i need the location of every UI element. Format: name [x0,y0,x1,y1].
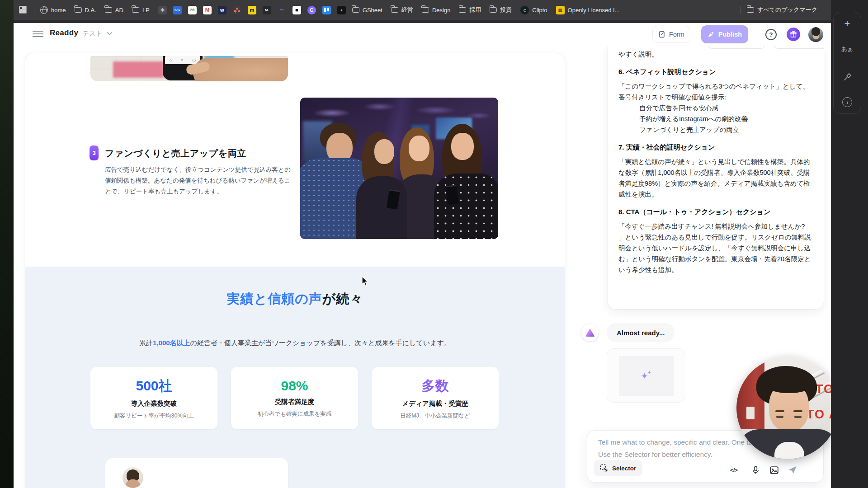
font-size-icon[interactable]: あぁ [841,45,854,53]
info-icon[interactable]: i [842,97,852,107]
results-subtitle: 累計1,000名以上の経営者・個人事業主が当ワークショップを受講し、次々と成果を… [25,339,565,347]
bookmark-label: 投資 [500,6,512,14]
testimonial-avatar [123,467,143,488]
send-icon[interactable] [787,464,798,476]
menu-icon[interactable] [33,31,43,37]
bookmark-clipto[interactable]: c Clipto [520,6,547,14]
results-subtitle-highlight: 1,000名以上 [153,339,190,347]
gmail-favicon[interactable]: M [203,6,212,14]
results-title-highlight: 実績と信頼の声 [226,291,322,306]
bookmark-label: 経営 [401,6,413,14]
stat-value: 多数 [422,377,449,395]
divider [741,6,741,14]
c-ring-favicon[interactable]: C [307,6,316,14]
bookmark-label: 採用 [469,6,481,14]
project-name: テスト [82,29,103,38]
input-placeholder-line2: Use the Selector for better efficiency. [598,450,712,459]
window-top-edge [14,20,868,23]
results-title-rest: が続々 [322,291,363,306]
cropped-pill-button[interactable] [708,45,765,49]
bookmark-label: home [51,7,66,14]
bookmark-home[interactable]: home [40,6,66,14]
bookmarks-bar: home D.A. AD LP ❃ box 26 M w m M. ~ ◼ C … [14,0,868,20]
assistant-avatar [581,324,599,341]
form-button[interactable]: Form [652,26,690,43]
paintbrush-icon[interactable] [842,70,852,80]
divider [34,6,34,14]
asana-favicon[interactable] [233,6,241,14]
m-dot-favicon[interactable]: M. [263,6,271,14]
delta-favicon[interactable]: ▲ [337,6,346,14]
person-figure [358,132,412,239]
microphone-icon[interactable] [750,464,761,476]
help-icon[interactable]: ? [765,29,777,40]
bookmark-openly-licensed[interactable]: ▦ Openly Licensed I... [556,6,620,14]
results-section: 実績と信頼の声が続々 累計1,000名以上の経営者・個人事業主が当ワークショップ… [25,267,565,488]
loading-placeholder: ✦✦ [619,356,674,396]
image-icon[interactable] [768,464,780,476]
feature-number-badge: 3 [90,145,99,160]
testimonial-card [105,458,288,488]
folder-icon [459,7,466,13]
bookmark-folder-keiei[interactable]: 経営 [391,6,413,14]
bookmark-folder-ad[interactable]: AD [105,7,123,14]
chat-section-body: 「このワークショップで得られる3つのベネフィット」として、番号付きリストで明確な… [618,81,811,103]
desktop-wallpaper [0,0,14,488]
status-text: Almost ready... [617,329,665,337]
user-avatar[interactable] [808,27,823,42]
calendar-favicon[interactable]: 26 [188,6,197,14]
frame-favicon[interactable]: ◼ [292,6,301,14]
trello-favicon[interactable] [322,6,331,14]
app-header: Readdy テスト Form Publish ? [14,23,831,45]
selector-label: Selector [612,465,636,472]
folder-icon [75,7,82,13]
publish-button[interactable]: Publish [701,25,748,43]
chat-section-heading: 7. 実績・社会的証明セクション [618,143,811,152]
chevron-down-icon [107,32,112,35]
form-label: Form [669,31,684,38]
project-switcher[interactable]: テスト [82,29,112,38]
bookmark-folder-da[interactable]: D.A. [75,7,96,14]
form-icon [658,31,665,38]
gift-icon[interactable] [787,28,800,41]
apps-grid-icon[interactable] [20,7,27,14]
person-figure [434,124,498,239]
folder-icon [105,7,112,13]
sparkle-icon: ✦ [647,370,651,375]
page-preview[interactable]: ⌂○▭ 3 ファンづくりと売上アップを両立 広告で売り込むだけでなく、役立つコン… [25,53,565,488]
generation-preview-card: ✦✦ [607,348,685,403]
rocket-icon [708,31,715,38]
yellow-m-favicon[interactable]: m [248,6,256,14]
wantedly-favicon[interactable]: w [218,6,226,14]
bookmark-label: Openly Licensed I... [568,7,620,14]
chat-list-item: ファンづくりと売上アップの両立 [618,124,811,135]
bookmark-folder-toshi[interactable]: 投資 [490,6,512,14]
code-icon[interactable]: </> [728,464,740,476]
bookmark-folder-lp[interactable]: LP [132,7,150,14]
bookmark-folder-saiyo[interactable]: 採用 [459,6,481,14]
plus-icon[interactable]: + [844,19,850,28]
app-logo: Readdy [50,28,78,38]
swoosh-favicon[interactable]: ~ [278,6,286,14]
stat-card-companies: 500社 導入企業数突破 顧客リピート率が平均30%向上 [90,367,217,429]
presenter-shirt [774,442,804,459]
phone-hand-photo: ⌂○▭ [90,56,288,81]
folder-icon [132,7,139,13]
selector-button[interactable]: Selector [594,460,642,476]
results-title: 実績と信頼の声が続々 [25,290,565,308]
bookmark-folder-design[interactable]: Design [422,7,450,14]
box-favicon[interactable]: box [173,6,182,14]
bookmark-label: Clipto [532,7,547,14]
bookmark-folder-gsheet[interactable]: GSheet [352,7,382,14]
chat-section-body: 「今すぐ一歩踏み出すチャンス! 無料説明会へ参加しませんか? 」という緊急性のあ… [618,221,811,275]
party-photo [300,98,498,239]
webcam-overlay[interactable]: K TO T TO A [736,357,839,459]
sticky-note-pink [113,61,164,78]
readdy-logo-icon [585,328,595,337]
knot-favicon[interactable]: ❃ [158,6,167,14]
stat-label: 導入企業数突破 [131,399,177,408]
cropped-pill-button[interactable] [774,45,824,49]
clipto-favicon: c [520,6,529,14]
all-bookmarks[interactable]: すべてのブックマーク [740,0,817,20]
ai-response-panel[interactable]: やすく説明。 6. ベネフィット説明セクション 「このワークショップで得られる3… [608,45,824,309]
